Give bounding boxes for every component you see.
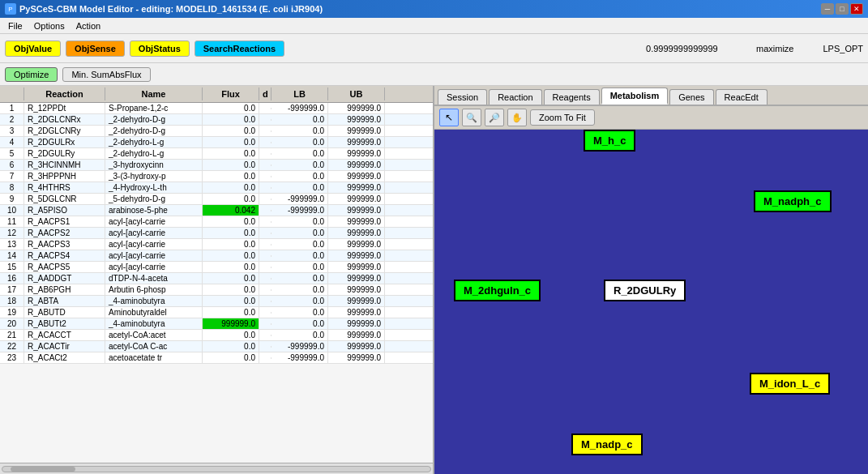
table-row[interactable]: 11 R_AACPS1 acyl-[acyl-carrie 0.0 0.0 99… — [0, 216, 433, 228]
zoom-out-tool-button[interactable]: 🔎 — [485, 109, 504, 126]
cell-reaction: R_AACPS1 — [24, 216, 105, 227]
cell-lb: 0.0 — [272, 284, 328, 295]
cell-name: S-Propane-1,2-c — [105, 103, 203, 113]
table-row[interactable]: 19 R_ABUTD Aminobutyraldel 0.0 0.0 99999… — [0, 307, 433, 318]
cell-flux: 0.0 — [203, 239, 259, 250]
cell-d — [259, 244, 272, 246]
close-button[interactable]: ✕ — [850, 3, 863, 15]
table-row[interactable]: 13 R_AACPS3 acyl-[acyl-carrie 0.0 0.0 99… — [0, 239, 433, 250]
table-row[interactable]: 4 R_2DGULRx _2-dehydro-L-g 0.0 0.0 99999… — [0, 137, 433, 148]
table-row[interactable]: 8 R_4HTHRS _4-Hydroxy-L-th 0.0 0.0 99999… — [0, 182, 433, 194]
app-icon: P — [5, 3, 16, 15]
cell-num: 21 — [0, 330, 24, 340]
menu-file[interactable]: File — [3, 20, 28, 32]
table-row[interactable]: 2 R_2DGLCNRx _2-dehydro-D-g 0.0 0.0 9999… — [0, 114, 433, 126]
table-body[interactable]: 1 R_12PPDt S-Propane-1,2-c 0.0 -999999.0… — [0, 103, 433, 463]
select-tool-button[interactable]: ↖ — [439, 109, 459, 126]
zoom-out-icon: 🔎 — [489, 113, 500, 123]
col-d: d — [259, 88, 272, 100]
cell-lb: 0.0 — [272, 114, 328, 125]
tab-reacedt[interactable]: ReacEdt — [716, 89, 768, 105]
tab-genes[interactable]: Genes — [669, 89, 713, 105]
menu-options[interactable]: Options — [29, 20, 70, 32]
cell-reaction: R_2DGLCNRy — [24, 126, 105, 136]
table-row[interactable]: 22 R_ACACTir acetyl-CoA C-ac 0.0 -999999… — [0, 341, 433, 352]
table-row[interactable]: 16 R_AADDGT dTDP-N-4-aceta 0.0 0.0 99999… — [0, 273, 433, 284]
zoom-in-tool-button[interactable]: 🔍 — [462, 109, 481, 126]
table-row[interactable]: 23 R_ACACt2 acetoacetate tr 0.0 -999999.… — [0, 352, 433, 364]
cell-lb: 0.0 — [272, 239, 328, 250]
table-row[interactable]: 18 R_ABTA _4-aminobutyra 0.0 0.0 999999.… — [0, 296, 433, 307]
cell-num: 17 — [0, 284, 24, 295]
canvas-area[interactable]: M_h_cM_nadph_cM_2dhguln_cR_2DGULRyM_idon… — [434, 130, 868, 474]
tab-reaction[interactable]: Reaction — [489, 89, 541, 105]
cell-flux: 0.0 — [203, 296, 259, 306]
table-row[interactable]: 12 R_AACPS2 acyl-[acyl-carrie 0.0 0.0 99… — [0, 228, 433, 239]
canvas-node-M_idon_L_c[interactable]: M_idon_L_c — [750, 373, 830, 395]
table-row[interactable]: 21 R_ACACCT acetyl-CoA:acet 0.0 0.0 9999… — [0, 330, 433, 341]
cell-ub: 999999.0 — [328, 103, 385, 113]
search-reactions-button[interactable]: SearchReactions — [195, 41, 284, 57]
table-row[interactable]: 15 R_AACPS5 acyl-[acyl-carrie 0.0 0.0 99… — [0, 262, 433, 273]
canvas-node-M_nadph_c[interactable]: M_nadph_c — [754, 190, 832, 212]
pan-tool-button[interactable]: ✋ — [507, 109, 527, 126]
cell-d — [259, 187, 272, 189]
toolbar: ObjValue ObjSense ObjStatus SearchReacti… — [0, 34, 868, 63]
table-row[interactable]: 14 R_AACPS4 acyl-[acyl-carrie 0.0 0.0 99… — [0, 250, 433, 262]
menu-action[interactable]: Action — [71, 20, 106, 32]
cell-ub: 999999.0 — [328, 114, 385, 125]
optimize-button[interactable]: Optimize — [5, 67, 58, 82]
obj-value-button[interactable]: ObjValue — [5, 41, 61, 57]
cell-name: acyl-[acyl-carrie — [105, 216, 203, 227]
tab-metabolism[interactable]: Metabolism — [601, 88, 669, 105]
table-row[interactable]: 5 R_2DGULRy _2-dehydro-L-g 0.0 0.0 99999… — [0, 148, 433, 160]
minimize-button[interactable]: ─ — [821, 3, 834, 15]
cell-d — [259, 221, 272, 223]
obj-status-button[interactable]: ObjStatus — [130, 41, 190, 57]
cell-reaction: R_ABUTt2 — [24, 318, 105, 329]
table-row[interactable]: 7 R_3HPPPNH _3-(3-hydroxy-p 0.0 0.0 9999… — [0, 171, 433, 182]
cell-reaction: R_ACACt2 — [24, 352, 105, 363]
cell-name: _4-aminobutyra — [105, 318, 203, 329]
table-row[interactable]: 10 R_A5PISO arabinose-5-phe 0.042 -99999… — [0, 205, 433, 216]
maximize-button[interactable]: □ — [836, 3, 849, 15]
cell-lb: -999999.0 — [272, 103, 328, 113]
table-row[interactable]: 3 R_2DGLCNRy _2-dehydro-D-g 0.0 0.0 9999… — [0, 126, 433, 137]
canvas-node-M_nadp_c[interactable]: M_nadp_c — [571, 433, 643, 455]
cell-d — [259, 255, 272, 257]
cell-d — [259, 233, 272, 234]
cell-num: 5 — [0, 148, 24, 159]
cell-d — [259, 119, 272, 121]
canvas-node-R_2DGULRy[interactable]: R_2DGULRy — [604, 280, 686, 301]
cell-lb: 0.0 — [272, 318, 328, 329]
cell-lb: 0.0 — [272, 262, 328, 272]
cell-d — [259, 142, 272, 143]
table-row[interactable]: 17 R_AB6PGH Arbutin 6-phosp 0.0 0.0 9999… — [0, 284, 433, 296]
tab-session[interactable]: Session — [438, 89, 487, 105]
cell-ub: 999999.0 — [328, 182, 385, 193]
cell-name: _2-dehydro-D-g — [105, 126, 203, 136]
cell-flux: 0.0 — [203, 330, 259, 340]
cell-ub: 999999.0 — [328, 137, 385, 147]
table-row[interactable]: 20 R_ABUTt2 _4-aminobutyra 999999.0 0.0 … — [0, 318, 433, 330]
table-row[interactable]: 6 R_3HCINNMH _3-hydroxycinn 0.0 0.0 9999… — [0, 160, 433, 171]
cell-name: _4-aminobutyra — [105, 296, 203, 306]
cell-ub: 999999.0 — [328, 341, 385, 352]
horizontal-scrollbar[interactable] — [0, 463, 433, 474]
table-row[interactable]: 9 R_5DGLCNR _5-dehydro-D-g 0.0 -999999.0… — [0, 194, 433, 205]
canvas-node-M_h_c[interactable]: M_h_c — [584, 130, 635, 152]
cell-reaction: R_5DGLCNR — [24, 194, 105, 204]
min-sum-button[interactable]: Min. SumAbsFlux — [62, 67, 150, 82]
obj-sense-button[interactable]: ObjSense — [66, 41, 125, 57]
col-num — [0, 88, 24, 100]
obj-sense-display: maximize — [756, 44, 793, 53]
zoom-to-fit-button[interactable]: Zoom To Fit — [530, 109, 595, 126]
cell-num: 9 — [0, 194, 24, 204]
canvas-node-M_2dhguln_c[interactable]: M_2dhguln_c — [454, 280, 541, 301]
table-row[interactable]: 1 R_12PPDt S-Propane-1,2-c 0.0 -999999.0… — [0, 103, 433, 114]
tab-reagents[interactable]: Reagents — [544, 89, 600, 105]
cell-d — [259, 199, 272, 200]
cell-name: arabinose-5-phe — [105, 205, 203, 216]
cell-reaction: R_AACPS5 — [24, 262, 105, 272]
cell-ub: 999999.0 — [328, 318, 385, 329]
